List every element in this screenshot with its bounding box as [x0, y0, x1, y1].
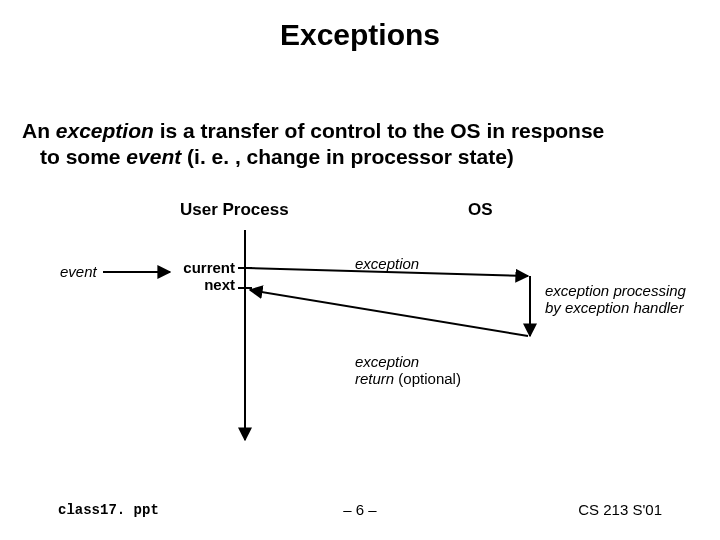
text-fragment: return — [355, 370, 394, 387]
exception-return-arrow — [250, 290, 528, 336]
label-event: event — [60, 263, 97, 280]
label-exception-processing: exception processing by exception handle… — [545, 282, 686, 316]
label-exception-return: exception return (optional) — [355, 353, 461, 387]
label-current: current — [180, 259, 235, 276]
text-fragment: (optional) — [394, 370, 461, 387]
text-fragment: (i. e. , change in processor state) — [181, 145, 514, 168]
text-fragment: exception — [355, 353, 419, 370]
text-fragment: to some — [40, 145, 126, 168]
footer-course: CS 213 S'01 — [578, 501, 662, 518]
slide-title: Exceptions — [0, 18, 720, 52]
term-exception: exception — [56, 119, 154, 142]
label-next: next — [180, 276, 235, 293]
text-line: by exception handler — [545, 299, 686, 316]
text-fragment: is a transfer of control to the OS in re… — [154, 119, 604, 142]
label-os: OS — [468, 200, 493, 220]
definition-text: An exception is a transfer of control to… — [22, 118, 698, 171]
label-exception: exception — [355, 255, 419, 272]
text-line: exception processing — [545, 282, 686, 299]
term-event: event — [126, 145, 181, 168]
label-user-process: User Process — [180, 200, 289, 220]
slide: Exceptions An exception is a transfer of… — [0, 0, 720, 540]
text-fragment: An — [22, 119, 56, 142]
